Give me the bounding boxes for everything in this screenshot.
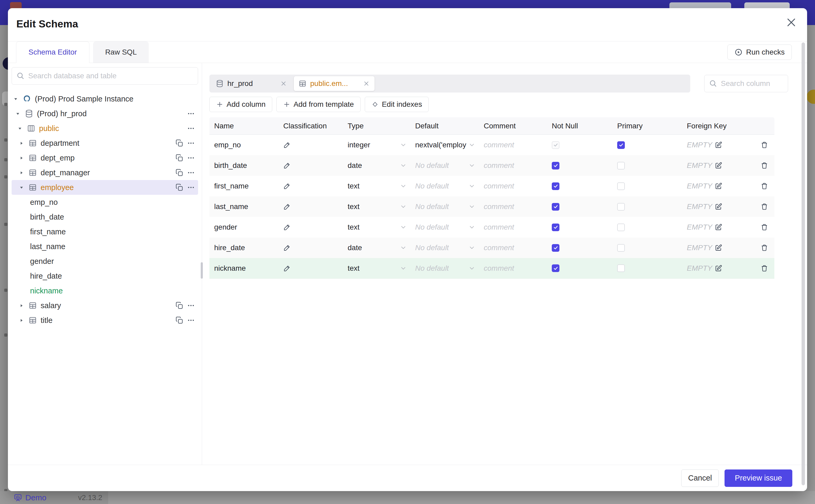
comment-input[interactable]: comment: [479, 141, 547, 149]
primary-checkbox[interactable]: [617, 244, 625, 252]
delete-column-icon[interactable]: [761, 265, 768, 272]
more-menu-icon[interactable]: [187, 110, 195, 118]
comment-input[interactable]: comment: [479, 202, 547, 211]
primary-checkbox[interactable]: [617, 264, 625, 272]
delete-column-icon[interactable]: [761, 244, 768, 251]
default-select[interactable]: No default: [411, 223, 479, 231]
not-null-checkbox[interactable]: [552, 203, 560, 211]
comment-input[interactable]: comment: [479, 244, 547, 252]
caret-down-icon[interactable]: [16, 111, 25, 117]
type-select[interactable]: date: [343, 244, 411, 252]
delete-column-icon[interactable]: [761, 224, 768, 231]
tab-chip-hr-prod[interactable]: hr_prod: [211, 76, 292, 91]
caret-down-icon[interactable]: [14, 96, 23, 102]
copy-icon[interactable]: [175, 183, 183, 191]
caret-right-icon[interactable]: [20, 170, 28, 176]
tree-item--prod-hr_prod[interactable]: (Prod) hr_prod: [12, 106, 198, 121]
tree-item-emp_no[interactable]: emp_no: [12, 195, 198, 210]
caret-right-icon[interactable]: [20, 140, 28, 146]
copy-icon[interactable]: [175, 139, 183, 147]
tree-item-department[interactable]: department: [12, 136, 198, 151]
tree-item-public[interactable]: public: [12, 121, 198, 136]
edit-indexes-button[interactable]: Edit indexes: [365, 97, 429, 112]
column-search-input[interactable]: [704, 75, 788, 92]
edit-classification-icon[interactable]: [283, 224, 291, 231]
caret-right-icon[interactable]: [20, 303, 28, 308]
copy-icon[interactable]: [175, 169, 183, 177]
caret-down-icon[interactable]: [18, 125, 27, 131]
more-menu-icon[interactable]: [187, 183, 195, 191]
primary-checkbox[interactable]: [617, 182, 625, 190]
preview-issue-button[interactable]: Preview issue: [725, 469, 792, 487]
add-column-button[interactable]: Add column: [209, 97, 272, 112]
default-select[interactable]: No default: [411, 202, 479, 211]
type-select[interactable]: integer: [343, 141, 411, 149]
tab-raw-sql[interactable]: Raw SQL: [93, 41, 149, 63]
delete-column-icon[interactable]: [761, 162, 768, 169]
run-checks-button[interactable]: Run checks: [727, 45, 792, 60]
tree-item-title[interactable]: title: [12, 313, 198, 328]
caret-right-icon[interactable]: [20, 317, 28, 323]
edit-foreign-key-icon[interactable]: [715, 224, 722, 231]
default-select[interactable]: nextval('employ: [411, 141, 479, 149]
edit-foreign-key-icon[interactable]: [715, 162, 722, 169]
tree-search-input[interactable]: [12, 67, 198, 85]
tree-item-employee[interactable]: employee: [12, 180, 198, 195]
edit-foreign-key-icon[interactable]: [715, 265, 722, 272]
not-null-checkbox[interactable]: [552, 264, 560, 272]
comment-input[interactable]: comment: [479, 161, 547, 170]
type-select[interactable]: text: [343, 202, 411, 211]
close-icon[interactable]: [785, 17, 797, 28]
close-icon[interactable]: [280, 80, 287, 87]
edit-classification-icon[interactable]: [283, 203, 291, 210]
comment-input[interactable]: comment: [479, 223, 547, 231]
tree-item-birth_date[interactable]: birth_date: [12, 210, 198, 224]
modal-scrollbar[interactable]: [802, 42, 805, 485]
type-select[interactable]: date: [343, 161, 411, 170]
edit-classification-icon[interactable]: [283, 141, 291, 149]
more-menu-icon[interactable]: [187, 139, 195, 147]
column-name-cell[interactable]: gender: [209, 223, 278, 231]
default-select[interactable]: No default: [411, 161, 479, 170]
edit-classification-icon[interactable]: [283, 244, 291, 251]
tree-item-salary[interactable]: salary: [12, 298, 198, 313]
not-null-checkbox[interactable]: [552, 162, 560, 169]
edit-classification-icon[interactable]: [283, 182, 291, 190]
copy-icon[interactable]: [175, 154, 183, 162]
primary-checkbox[interactable]: [617, 224, 625, 231]
column-name-cell[interactable]: first_name: [209, 182, 278, 190]
tree-item-dept_emp[interactable]: dept_emp: [12, 151, 198, 165]
column-name-cell[interactable]: hire_date: [209, 244, 278, 252]
edit-classification-icon[interactable]: [283, 162, 291, 169]
more-menu-icon[interactable]: [187, 154, 195, 162]
type-select[interactable]: text: [343, 264, 411, 273]
comment-input[interactable]: comment: [479, 264, 547, 273]
default-select[interactable]: No default: [411, 244, 479, 252]
tab-schema-editor[interactable]: Schema Editor: [16, 41, 89, 63]
tree-item-first_name[interactable]: first_name: [12, 224, 198, 239]
copy-icon[interactable]: [175, 316, 183, 324]
column-name-cell[interactable]: birth_date: [209, 161, 278, 170]
edit-foreign-key-icon[interactable]: [715, 244, 722, 251]
tree-item-gender[interactable]: gender: [12, 254, 198, 269]
default-select[interactable]: No default: [411, 182, 479, 190]
column-name-cell[interactable]: nickname: [209, 264, 278, 273]
type-select[interactable]: text: [343, 223, 411, 231]
column-name-cell[interactable]: emp_no: [209, 141, 278, 149]
default-select[interactable]: No default: [411, 264, 479, 273]
edit-foreign-key-icon[interactable]: [715, 203, 722, 210]
not-null-checkbox[interactable]: [552, 244, 560, 252]
tree-item--prod-prod-sample-instance[interactable]: (Prod) Prod Sample Instance: [12, 91, 198, 106]
comment-input[interactable]: comment: [479, 182, 547, 190]
caret-down-icon[interactable]: [20, 185, 28, 190]
tree-item-dept_manager[interactable]: dept_manager: [12, 165, 198, 180]
more-menu-icon[interactable]: [187, 169, 195, 177]
column-name-cell[interactable]: last_name: [209, 202, 278, 211]
edit-classification-icon[interactable]: [283, 265, 291, 272]
delete-column-icon[interactable]: [761, 203, 768, 210]
type-select[interactable]: text: [343, 182, 411, 190]
more-menu-icon[interactable]: [187, 124, 195, 132]
not-null-checkbox[interactable]: [552, 182, 560, 190]
demo-link[interactable]: Demo: [14, 493, 46, 502]
primary-checkbox[interactable]: [617, 141, 625, 149]
